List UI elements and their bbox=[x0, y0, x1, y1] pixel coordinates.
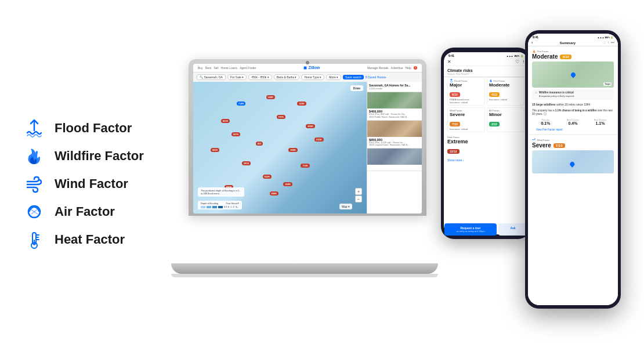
listing-image bbox=[367, 149, 422, 165]
wildfire-factor-item: Wildfire Factor bbox=[23, 145, 174, 167]
wildfire-factor-label: Wildfire Factor bbox=[55, 149, 144, 164]
flood-factor-label: Flood Factor bbox=[55, 121, 132, 136]
price-pin: 591K bbox=[242, 161, 251, 165]
phone2-nav-icons: ♡ ↑ ••• bbox=[603, 41, 614, 45]
fire-risk-badge: 4/10 bbox=[489, 92, 500, 97]
svg-rect-6 bbox=[34, 240, 35, 245]
notification-badge: 2 bbox=[414, 66, 417, 70]
ask-btn[interactable]: Ask bbox=[498, 223, 527, 234]
listing-image-placeholder bbox=[367, 121, 422, 137]
climate-risks-header: Climate risks Source: First Street® bbox=[444, 66, 528, 77]
search-input[interactable]: 🔍 Savannah, GA bbox=[197, 74, 226, 80]
air-risk-level: Minor bbox=[489, 112, 522, 117]
share-icon[interactable]: ↑ bbox=[522, 59, 524, 64]
fire-risk-col: Fire Factor Moderate 4/10 Insurance: cri… bbox=[487, 77, 524, 106]
phone1-time: 9:41 bbox=[448, 54, 454, 57]
request-tour-btn[interactable]: Request a tour as early as today at 6:30… bbox=[444, 223, 497, 234]
price-filter[interactable]: 450k - 850k ▾ bbox=[248, 74, 272, 80]
listing-price bbox=[369, 166, 420, 169]
nav-loans: Home Loans bbox=[221, 66, 237, 70]
beds-filter[interactable]: Beds & Baths ▾ bbox=[274, 74, 300, 80]
wind-factor-rating-row: Severe 7/10 bbox=[532, 142, 614, 149]
wind-risk-badge: 7/10 bbox=[450, 122, 460, 126]
fire-mini-map: Target bbox=[532, 61, 614, 88]
wind-factor-label: Wind Factor bbox=[55, 176, 128, 191]
flood-risk-sub: FEMA hazard areaInsurance: critical bbox=[450, 98, 483, 104]
heat-factor-label: Heat Factor bbox=[55, 232, 125, 247]
save-search-btn[interactable]: Save search bbox=[343, 75, 364, 79]
nav-sell: Sell bbox=[214, 66, 218, 70]
listings-count: 1,116 results bbox=[369, 87, 420, 90]
zillow-logo: ◼ Zillow bbox=[303, 66, 320, 70]
listing-card[interactable]: $466,000 2 bd, 2 ba, 802 sqft · House fo… bbox=[367, 92, 422, 121]
phone2-share-icon[interactable]: ↑ bbox=[607, 41, 609, 45]
wind-factor-rating: 7/10 bbox=[553, 143, 565, 148]
listing-card[interactable]: $650,000 3 bd, 3 ba, 1,520 sqft · House … bbox=[367, 121, 422, 149]
saved-homes-link[interactable]: 8 Saved Homes bbox=[366, 75, 386, 79]
zoom-in-btn[interactable]: + bbox=[355, 188, 362, 195]
fire-factor-tag: Fire Factor bbox=[532, 49, 614, 53]
phone2-heart-icon[interactable]: ♡ bbox=[603, 41, 606, 45]
heat-risk-badge: 10/10 bbox=[447, 149, 460, 154]
fire-factor-section: Fire Factor Moderate 4/10 Target bbox=[528, 46, 618, 135]
flood-factor-item: Flood Factor bbox=[23, 117, 174, 139]
nav-rentals: Manage Rentals bbox=[367, 66, 388, 70]
fire-factor-rating-row: Moderate 4/10 bbox=[532, 53, 614, 60]
wind-mini-map bbox=[532, 150, 614, 173]
wildfires-stat: 15 large wildfires within 20 miles since… bbox=[532, 102, 614, 108]
phone1-actions: ♡ ↑ bbox=[515, 59, 524, 64]
heat-risk-row: Heat Factor Extreme 10/10 bbox=[444, 134, 528, 156]
for-sale-filter[interactable]: For Sale ▾ bbox=[227, 74, 247, 80]
factor-list: Flood Factor Wildfire Factor Wind Fac bbox=[23, 111, 174, 251]
nav-advertise: Advertise bbox=[391, 66, 403, 70]
map-label: Target bbox=[603, 82, 612, 86]
phone1-topbar: ✕ ♡ ↑ bbox=[444, 58, 528, 66]
wind-factor-item: Wind Factor bbox=[23, 173, 174, 195]
zoom-out-btn[interactable]: − bbox=[355, 196, 362, 202]
wind-risk-sub: Insurance: critical bbox=[450, 128, 483, 131]
laptop-screen: Buy Rent Sell Home Loans Agent Finder ◼ … bbox=[193, 64, 422, 213]
type-filter[interactable]: Home Type ▾ bbox=[301, 74, 324, 80]
phone2-nav: ‹ Summary ♡ ↑ ••• bbox=[528, 39, 618, 46]
listing-address: 1415 Legend Lane, Savannah, GA 31... bbox=[369, 144, 420, 147]
close-icon[interactable]: ✕ bbox=[447, 60, 451, 64]
view-fire-report-link[interactable]: View Fire Factor report bbox=[532, 127, 614, 132]
wildfire-chance-text: This property has a 1.1% chance of being… bbox=[532, 108, 614, 118]
stat-this-year: This year 0.1% bbox=[532, 119, 559, 125]
more-filter[interactable]: More ▾ bbox=[326, 74, 341, 80]
map-pin bbox=[570, 71, 576, 78]
price-pin: 850K bbox=[288, 148, 298, 152]
price-pin: 466K bbox=[306, 124, 315, 128]
map-type-btn[interactable]: Map ▾ bbox=[339, 204, 352, 209]
phone2-more-icon[interactable]: ••• bbox=[611, 41, 614, 45]
map-area[interactable]: 714K 550K 520K 621K 767K 507K 466K 850K … bbox=[193, 82, 367, 213]
laptop-search-bar: 🔍 Savannah, GA For Sale ▾ 450k - 850k ▾ … bbox=[193, 73, 422, 82]
listing-header: Savannah, GA Homes for Sa... 1,116 resul… bbox=[367, 82, 422, 92]
fire-risk-level: Moderate bbox=[489, 82, 522, 88]
laptop-nav-right: Manage Rentals Advertise Help 2 bbox=[367, 66, 417, 70]
show-more-btn[interactable]: Show more › bbox=[444, 156, 528, 164]
draw-button[interactable]: Draw bbox=[350, 85, 363, 91]
air-risk-badge: 2/10 bbox=[489, 122, 500, 126]
laptop-nav: Buy Rent Sell Home Loans Agent Finder ◼ … bbox=[193, 64, 422, 73]
wind-risk-level: Severe bbox=[450, 112, 483, 117]
wind-map-pin bbox=[569, 161, 575, 168]
phone2-signal: ▲▲▲ WiFi 🔋 bbox=[597, 36, 613, 39]
price-pin: 767K bbox=[277, 115, 286, 119]
phone1-action-bar: Request a tour as early as today at 6:30… bbox=[444, 223, 527, 234]
laptop-body: Buy Rent Sell Home Loans Agent Finder ◼ … bbox=[189, 59, 426, 216]
phones-container: 9:41 ▲▲▲WiFi🔋 ✕ ♡ ↑ Climate risks bbox=[441, 30, 621, 332]
wind-risk-col: Wind Factor Severe 7/10 Insurance: criti… bbox=[447, 107, 485, 132]
heart-icon[interactable]: ♡ bbox=[515, 59, 519, 64]
stat-value: 1.1% bbox=[587, 121, 614, 125]
phone2-body: 9:41 ▲▲▲ WiFi 🔋 ‹ Summary ♡ ↑ ••• bbox=[525, 30, 621, 309]
fire-risk-sub: Insurance: critical bbox=[489, 98, 522, 101]
phone2-nav-title: Summary bbox=[560, 41, 576, 45]
wildfire-icon bbox=[23, 145, 45, 167]
price-pin: 550K bbox=[266, 95, 276, 99]
price-pin: 655K bbox=[263, 175, 272, 179]
map-legend: Depth of flooding First Street® 0.5 ft 1… bbox=[198, 201, 242, 209]
back-chevron[interactable]: ‹ bbox=[531, 41, 533, 45]
listing-card[interactable] bbox=[367, 149, 422, 171]
phone2-status-bar: 9:41 ▲▲▲ WiFi 🔋 bbox=[528, 34, 618, 39]
